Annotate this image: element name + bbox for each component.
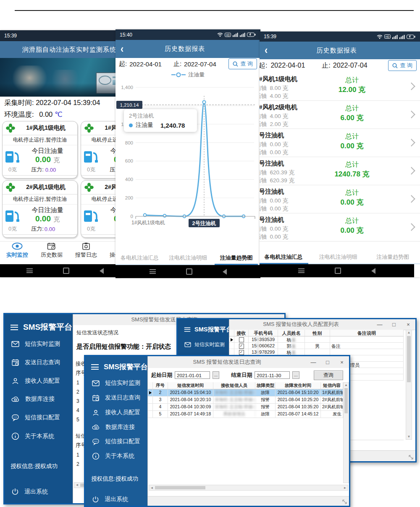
table-row-selected[interactable]: 2 2021-08-04 15:04:10 宋海旺·王王聪·郭振·邵源 故障 2… (148, 389, 343, 397)
motor-card[interactable]: 1#风机2级电机 电机停止运行,暂停注油 今日注油量 0.00克 0克 压力: … (81, 121, 121, 179)
sidebar-item-send-log[interactable]: 发送日志查询 (5, 359, 73, 366)
horizontal-scrollbar[interactable]: ◄ ► (149, 485, 348, 491)
nav-item-realtime[interactable]: 实时监控 (0, 242, 34, 264)
nav-item-history[interactable]: 历史数据 (34, 242, 69, 264)
table-row[interactable]: 158393539 杨某 (229, 336, 404, 343)
nav-item-alarm-log[interactable]: 报警日志 (69, 242, 103, 264)
list-item[interactable]: 4号注油机 前轴 0.00 克 后轴 0.00 克 总计 0.00 克 (260, 213, 420, 242)
minimize-button[interactable]: — (373, 321, 387, 328)
column-header[interactable]: 人员姓名 (278, 330, 305, 336)
from-date-input[interactable]: 2021-01-01 (175, 371, 210, 379)
table-row[interactable]: 3 2021-08-04 10:20:10 宋海旺·王王聪·郭振·邵源 报警 2… (148, 397, 343, 404)
column-header[interactable]: 性别 (305, 330, 330, 336)
tab-detail[interactable]: 注电机注油明细 (311, 250, 365, 263)
vertical-scrollbar[interactable]: ▲ ▼ (406, 330, 412, 440)
motor-card[interactable]: 2#风机1级电机 电机停止运行,暂停注油 今日注油量 0.00克 0克 压力: … (2, 180, 78, 238)
receive-checkbox[interactable]: ✓ (239, 344, 244, 349)
android-menu-icon[interactable] (298, 268, 304, 274)
column-header[interactable]: 短信内容 (321, 382, 343, 389)
maximize-button[interactable]: □ (387, 321, 401, 328)
android-home-icon[interactable] (63, 268, 69, 274)
column-header[interactable]: 短信发送时间 (168, 382, 213, 389)
sidebar-item-database[interactable]: 数据库连接 (85, 423, 147, 431)
date-to-value[interactable]: 2022-07-04 (333, 62, 368, 69)
hamburger-icon[interactable] (91, 363, 99, 371)
table-row[interactable]: 5 2021-08-07 14:49:18 系统管理员 故障 2021-08-0… (148, 411, 343, 418)
sidebar-item-sms-monitor[interactable]: 短信实时监测 (5, 340, 73, 348)
table-row[interactable]: 2 (76, 460, 79, 469)
table-row[interactable]: 5 (76, 415, 79, 424)
table-row[interactable]: 4 2021-08-04 10:30:09 宋海旺·王王聪·郭振·邵源 报警 2… (148, 404, 343, 411)
date-from-value[interactable]: 2022-04-01 (270, 62, 305, 69)
sidebar-item-about[interactable]: 关于本系统 (5, 432, 73, 440)
motor-card[interactable]: 2#风机2级电机 电机停止运行,暂停注油 今日注油量 0.00克 0克 暂停注油 (81, 180, 121, 238)
back-icon[interactable]: ‹ (116, 42, 129, 55)
query-button[interactable]: 查 询 (388, 60, 417, 71)
sidebar-item-send-log[interactable]: 发送日志查询 (85, 394, 147, 402)
tab-summary[interactable]: 各电机注油汇总 (260, 250, 311, 263)
maximize-button[interactable]: □ (320, 359, 335, 365)
receive-checkbox[interactable]: ✓ (239, 350, 244, 355)
tab-summary[interactable]: 各电机注油汇总 (116, 251, 164, 264)
minimize-button[interactable]: — (306, 359, 320, 365)
card-footer[interactable]: 暂停注油 (3, 234, 77, 238)
android-back-icon[interactable] (223, 269, 227, 275)
hamburger-icon[interactable] (10, 323, 18, 331)
resize-handle-icon[interactable] (408, 454, 414, 460)
android-home-icon[interactable] (186, 268, 192, 275)
window-titlebar[interactable]: SMS 报警短信发送日志查询 — □ × (148, 356, 349, 368)
vertical-scrollbar[interactable]: ▲ (343, 382, 349, 483)
column-header[interactable]: 手机号码 (249, 330, 278, 336)
card-footer[interactable]: 暂停注油 (3, 175, 77, 179)
list-item[interactable]: 1#风机1级电机 前轴 8.00 克 后轴 4.00 克 总计 12.00 克 (260, 73, 420, 101)
tab-detail[interactable]: 注电机注油明细 (164, 251, 212, 264)
list-item[interactable]: 1号注油机 前轴 0.00 克 后轴 0.00 克 总计 0.00 克 (260, 129, 420, 157)
date-to-value[interactable]: 2022-07-04 (184, 60, 216, 68)
column-header[interactable]: 故障发生时间 (276, 382, 321, 389)
receive-checkbox[interactable] (239, 337, 244, 342)
list-item[interactable]: 2号注油机 前轴 620.39 克 后轴 620.39 克 总计 1240.78… (260, 157, 420, 185)
list-item[interactable]: 1#风机2级电机 前轴 4.00 克 后轴 2.00 克 总计 6.00 克 (260, 101, 420, 129)
close-button[interactable]: × (335, 359, 349, 365)
resize-handle-icon[interactable] (342, 499, 347, 504)
to-date-picker-button[interactable]: ... (292, 371, 299, 379)
sidebar-item-sms-interface[interactable]: 短信接口配置 (5, 414, 73, 421)
table-row[interactable]: 1 (76, 378, 79, 387)
motor-card[interactable]: 1#风机1级电机 电机停止运行,暂停注油 今日注油量 0.00克 0克 压力: … (2, 121, 78, 179)
sidebar-item-database[interactable]: 数据库连接 (5, 395, 73, 403)
tab-trend[interactable]: 注油量趋势图 (365, 250, 420, 263)
hamburger-icon[interactable] (184, 326, 190, 333)
sidebar-item-recipients[interactable]: 接收人员配置 (85, 409, 147, 416)
sidebar-item-exit[interactable]: 退出系统 (85, 496, 147, 503)
query-button[interactable]: 查 询 (228, 58, 257, 69)
sidebar-item-sms-monitor[interactable]: 短信实时监测 (85, 379, 147, 387)
android-home-icon[interactable] (335, 268, 341, 274)
list-item[interactable]: 3号注油机 前轴 0.00 克 后轴 0.00 克 总计 0.00 克 (260, 185, 420, 213)
column-header[interactable]: 序号 (153, 382, 168, 389)
sidebar-item-sms-monitor[interactable]: 短信实时监测 (178, 341, 229, 348)
table-row[interactable]: 3 (76, 397, 79, 406)
android-back-icon[interactable] (100, 268, 104, 274)
date-from-value[interactable]: 2022-04-01 (129, 60, 162, 68)
sidebar-item-recipients[interactable]: 接收人员配置 (5, 377, 73, 385)
android-menu-icon[interactable] (26, 268, 33, 274)
column-header[interactable]: 备注说明 (330, 330, 404, 336)
table-row[interactable]: 4 (76, 406, 79, 415)
android-menu-icon[interactable] (150, 268, 156, 275)
column-header[interactable]: 接收 (234, 330, 249, 336)
card-footer[interactable]: 暂停注油 (81, 234, 121, 238)
sidebar-item-about[interactable]: 关于本系统 (85, 452, 147, 460)
column-header[interactable]: 故障类型 (255, 382, 276, 389)
sidebar-item-sms-interface[interactable]: 短信接口配置 (85, 438, 147, 445)
android-back-icon[interactable] (371, 268, 375, 274)
from-date-picker-button[interactable]: ... (213, 371, 219, 379)
to-date-input[interactable]: 2021-11-30 (255, 371, 290, 379)
table-row[interactable]: 2 (76, 387, 79, 397)
window-titlebar[interactable]: SMS 报警短信接收人员配置列表 — □ × (229, 319, 415, 330)
sidebar-item-exit[interactable]: 退出系统 (5, 488, 73, 496)
tab-trend[interactable]: 注油量趋势图 (212, 251, 260, 264)
card-footer[interactable]: 暂停注油 (81, 175, 121, 179)
query-button[interactable]: 查询 (314, 370, 343, 380)
table-row[interactable]: 1 (76, 450, 79, 460)
table-row[interactable]: ✓ 158060622 郭某 男 备注 (229, 343, 404, 349)
